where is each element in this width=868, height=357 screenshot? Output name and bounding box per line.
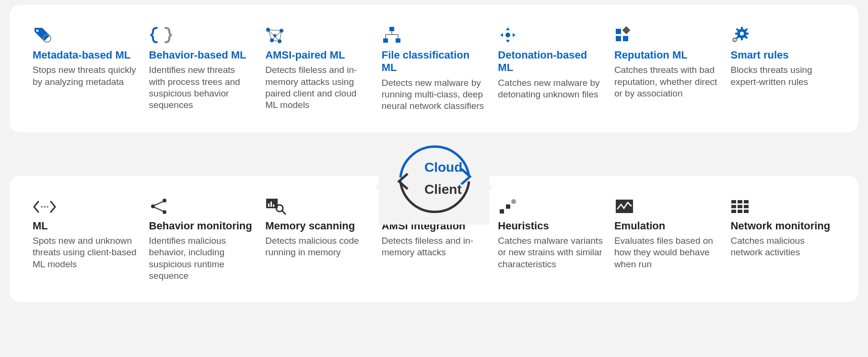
svg-rect-28 — [741, 37, 743, 40]
svg-rect-64 — [744, 210, 749, 213]
item-desc: Detects fileless and in-memory attacks — [382, 235, 487, 259]
client-item-memory-scanning: Memory scanning Detects malicious code r… — [265, 196, 370, 282]
item-title: Emulation — [614, 220, 719, 232]
svg-rect-61 — [744, 205, 749, 208]
svg-rect-52 — [500, 209, 504, 214]
item-desc: Detects malicious code running in memory — [265, 235, 370, 259]
svg-rect-46 — [268, 203, 270, 207]
svg-rect-14 — [383, 38, 388, 43]
svg-rect-22 — [616, 36, 621, 41]
move-focus-icon — [498, 25, 603, 44]
svg-rect-57 — [738, 200, 742, 203]
cycle-arrows-icon: Cloud Client — [379, 133, 489, 225]
svg-rect-62 — [731, 210, 736, 213]
svg-rect-13 — [389, 27, 394, 31]
svg-rect-63 — [738, 210, 742, 213]
svg-rect-58 — [744, 200, 749, 203]
svg-rect-23 — [623, 36, 628, 41]
item-desc: Catches malware variants or new strains … — [498, 235, 603, 270]
item-desc: Identifies new threats with process tree… — [149, 64, 254, 111]
cloud-item-amsi: AMSI-paired ML Detects fileless and in-m… — [265, 25, 370, 112]
steps-dot-icon — [498, 196, 603, 215]
cloud-panel: Metadata-based ML Stops new threats quic… — [10, 5, 858, 132]
svg-line-50 — [282, 211, 285, 214]
svg-rect-59 — [731, 205, 736, 208]
item-title: Behavior-based ML — [149, 49, 254, 61]
svg-rect-48 — [273, 204, 274, 207]
item-desc: Stops new threats quickly by analyzing m… — [33, 64, 138, 88]
svg-rect-29 — [735, 33, 738, 35]
svg-rect-55 — [616, 200, 633, 213]
item-title: Network monitoring — [730, 220, 835, 232]
share-icon — [149, 196, 254, 215]
svg-point-8 — [266, 28, 270, 32]
item-desc: Detects fileless and in-memory attacks u… — [265, 64, 370, 111]
svg-point-37 — [41, 206, 43, 208]
svg-point-10 — [270, 38, 274, 42]
svg-rect-27 — [741, 27, 743, 30]
client-item-ml: ML Spots new and unknown threats using c… — [33, 196, 138, 282]
svg-point-11 — [278, 39, 282, 43]
svg-rect-15 — [396, 38, 400, 43]
item-title: Metadata-based ML — [33, 49, 138, 61]
cloud-item-detonation: Detonation-based ML Catches new malware … — [498, 25, 603, 112]
cloud-item-behavior: Behavior-based ML Identifies new threats… — [149, 25, 254, 112]
svg-rect-30 — [746, 33, 749, 35]
svg-rect-47 — [270, 202, 272, 207]
svg-point-12 — [273, 34, 276, 37]
activity-chart-icon — [614, 196, 719, 215]
item-title: Memory scanning — [265, 220, 370, 232]
item-desc: Blocks threats using expert-written rule… — [730, 64, 835, 88]
svg-text:Client: Client — [424, 182, 462, 197]
item-title: File classification ML — [382, 49, 487, 74]
svg-point-36 — [734, 39, 736, 41]
svg-rect-60 — [738, 205, 742, 208]
item-title: ML — [33, 220, 138, 232]
item-title: Reputation ML — [614, 49, 719, 61]
item-title: Detonation-based ML — [498, 49, 603, 74]
svg-point-0 — [36, 30, 39, 32]
gears-icon — [730, 25, 835, 44]
client-item-emulation: Emulation Evaluates files based on how t… — [614, 196, 719, 282]
tiles-diamond-icon — [614, 25, 719, 44]
braces-icon — [149, 25, 254, 44]
item-desc: Catches new malware by detonating unknow… — [498, 77, 603, 101]
item-title: Heuristics — [498, 220, 603, 232]
svg-point-20 — [505, 33, 510, 37]
svg-point-26 — [740, 32, 744, 36]
svg-rect-53 — [506, 204, 510, 209]
svg-point-54 — [511, 199, 516, 204]
client-item-behavior-monitoring: Behavior monitoring Identifies malicious… — [149, 196, 254, 282]
item-desc: Spots new and unknown threats using clie… — [33, 235, 138, 270]
code-ellipsis-icon — [33, 196, 138, 215]
svg-text:Cloud: Cloud — [424, 160, 462, 175]
svg-rect-21 — [616, 29, 621, 34]
item-desc: Identifies malicious behavior, including… — [149, 235, 254, 282]
tag-icon — [33, 25, 138, 44]
item-desc: Catches threats with bad reputation, whe… — [614, 64, 719, 99]
svg-line-2 — [268, 30, 282, 31]
svg-point-9 — [280, 29, 283, 33]
item-title: AMSI-paired ML — [265, 49, 370, 61]
item-desc: Catches malicious network activities — [730, 235, 835, 259]
svg-rect-24 — [622, 26, 630, 35]
client-item-heuristics: Heuristics Catches malware variants or n… — [498, 196, 603, 282]
item-title: Behavior monitoring — [149, 220, 254, 232]
cloud-item-metadata: Metadata-based ML Stops new threats quic… — [33, 25, 138, 112]
svg-rect-56 — [731, 200, 736, 203]
chart-magnify-icon — [265, 196, 370, 215]
hierarchy-icon — [382, 25, 487, 44]
cloud-item-reputation: Reputation ML Catches threats with bad r… — [614, 25, 719, 112]
grid-wall-icon — [730, 196, 835, 215]
svg-point-39 — [47, 206, 48, 208]
svg-line-44 — [154, 207, 163, 211]
cloud-item-smart-rules: Smart rules Blocks threats using expert-… — [730, 25, 835, 112]
item-title: Smart rules — [730, 49, 835, 61]
client-item-network-monitoring: Network monitoring Catches malicious net… — [730, 196, 835, 282]
item-desc: Detects new malware by running multi-cla… — [382, 77, 487, 112]
cloud-item-file-classification: File classification ML Detects new malwa… — [382, 25, 487, 112]
network-graph-icon — [265, 25, 370, 44]
item-desc: Evaluates files based on how they would … — [614, 235, 719, 270]
svg-point-38 — [44, 206, 46, 208]
svg-line-43 — [154, 202, 163, 205]
